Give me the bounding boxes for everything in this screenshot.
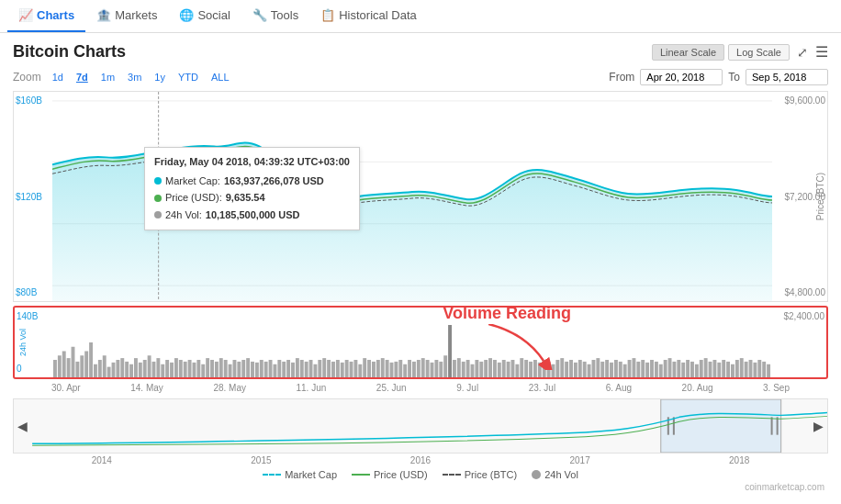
svg-rect-158 <box>735 360 739 377</box>
scale-controls: Linear Scale Log Scale ⤢ ☰ <box>652 43 828 61</box>
svg-rect-100 <box>475 360 478 377</box>
svg-rect-115 <box>543 360 546 377</box>
zoom-1y[interactable]: 1y <box>149 70 171 84</box>
expand-icon[interactable]: ⤢ <box>797 45 808 60</box>
tooltip-market-cap-label: Market Cap: <box>165 173 220 190</box>
svg-rect-145 <box>677 360 680 377</box>
vol-canvas <box>53 308 771 377</box>
vol-yaxis-right: $2,400.00 <box>771 308 826 377</box>
xaxis-9: 3. Sep <box>763 383 790 393</box>
svg-rect-76 <box>363 358 366 377</box>
svg-rect-78 <box>372 362 376 377</box>
svg-rect-57 <box>282 362 286 377</box>
nav-charts[interactable]: 📈 Charts <box>7 0 85 32</box>
svg-rect-93 <box>439 362 443 377</box>
svg-rect-83 <box>394 362 398 377</box>
svg-rect-136 <box>636 362 640 377</box>
social-icon: 🌐 <box>179 8 194 22</box>
svg-rect-22 <box>125 362 129 377</box>
legend-market-cap-label: Market Cap <box>285 469 337 480</box>
x-axis-labels: 30. Apr 14. May 28. May 11. Jun 25. Jun … <box>13 381 828 393</box>
svg-rect-92 <box>434 360 438 377</box>
zoom-7d[interactable]: 7d <box>71 70 94 84</box>
svg-rect-137 <box>641 360 645 377</box>
nav-markets[interactable]: 🏦 Markets <box>85 0 168 32</box>
svg-rect-102 <box>484 360 488 377</box>
from-date-input[interactable] <box>640 69 723 85</box>
tools-icon: 🔧 <box>252 8 267 22</box>
svg-rect-135 <box>632 358 635 377</box>
mini-xaxis-2016: 2016 <box>410 455 431 465</box>
legend-24h-vol: 24h Vol <box>532 469 578 480</box>
tooltip-market-cap-value: 163,937,266,078 USD <box>224 173 324 190</box>
svg-rect-39 <box>201 364 205 377</box>
price-btc-label: Price (BTC) <box>815 173 825 220</box>
svg-rect-17 <box>103 355 107 377</box>
legend-price-btc: Price (BTC) <box>443 469 517 480</box>
svg-rect-95 <box>453 360 456 377</box>
charts-icon: 📈 <box>18 8 33 22</box>
zoom-1m[interactable]: 1m <box>95 70 120 84</box>
yaxis-left-mid: $120B <box>16 192 50 202</box>
yaxis-left-bot: $80B <box>16 287 50 297</box>
log-scale-button[interactable]: Log Scale <box>728 44 790 61</box>
svg-rect-7 <box>58 355 62 377</box>
menu-icon[interactable]: ☰ <box>815 43 828 61</box>
legend-market-cap-line <box>263 474 281 476</box>
svg-rect-150 <box>700 360 703 377</box>
main-content: Bitcoin Charts Linear Scale Log Scale ⤢ … <box>0 33 841 492</box>
from-label: From <box>609 71 634 84</box>
tooltip-vol-label: 24h Vol: <box>165 207 202 224</box>
svg-rect-165 <box>767 364 770 377</box>
svg-rect-72 <box>345 360 349 377</box>
svg-rect-56 <box>277 360 281 377</box>
svg-rect-118 <box>555 360 559 377</box>
svg-rect-53 <box>264 362 268 377</box>
svg-rect-40 <box>206 358 209 377</box>
svg-rect-122 <box>574 363 577 377</box>
mini-chart[interactable]: ◀ ▶ <box>13 398 828 454</box>
historical-icon: 📋 <box>320 8 335 22</box>
xaxis-6: 23. Jul <box>529 383 555 393</box>
zoom-all[interactable]: ALL <box>206 70 235 84</box>
to-date-input[interactable] <box>746 69 828 85</box>
svg-rect-42 <box>215 362 219 377</box>
svg-rect-157 <box>731 364 734 377</box>
svg-rect-74 <box>353 360 357 377</box>
svg-rect-63 <box>309 360 313 377</box>
linear-scale-button[interactable]: Linear Scale <box>652 44 724 61</box>
svg-rect-48 <box>241 360 245 377</box>
yaxis-left: $160B $120B $80B <box>14 92 52 301</box>
svg-rect-44 <box>224 360 228 377</box>
mini-xaxis-2018: 2018 <box>729 455 749 465</box>
legend-vol-dot <box>532 470 541 479</box>
zoom-ytd[interactable]: YTD <box>173 70 204 84</box>
markets-icon: 🏦 <box>96 8 111 22</box>
svg-rect-13 <box>84 352 88 378</box>
svg-rect-60 <box>296 358 299 377</box>
svg-rect-30 <box>161 364 164 377</box>
svg-rect-107 <box>507 362 510 377</box>
zoom-3m[interactable]: 3m <box>122 70 147 84</box>
svg-rect-147 <box>686 360 690 377</box>
nav-tools[interactable]: 🔧 Tools <box>241 0 309 32</box>
svg-rect-144 <box>672 362 676 377</box>
svg-rect-81 <box>386 360 389 377</box>
svg-rect-15 <box>94 364 97 377</box>
nav-social[interactable]: 🌐 Social <box>168 0 241 32</box>
legend: Market Cap Price (USD) Price (BTC) 24h V… <box>13 465 828 482</box>
svg-rect-98 <box>466 360 470 377</box>
svg-rect-130 <box>610 363 613 377</box>
xaxis-2: 28. May <box>213 383 246 393</box>
nav-historical[interactable]: 📋 Historical Data <box>309 0 428 32</box>
credit: coinmarketcap.com <box>13 482 828 492</box>
page-title: Bitcoin Charts <box>13 42 126 62</box>
zoom-1d[interactable]: 1d <box>47 70 69 84</box>
svg-rect-152 <box>709 362 712 377</box>
svg-rect-154 <box>717 363 721 377</box>
svg-rect-77 <box>367 360 371 377</box>
tooltip-vol: 24h Vol: 10,185,500,000 USD <box>154 207 350 224</box>
yaxis-left-top: $160B <box>16 95 50 106</box>
svg-rect-32 <box>170 363 174 377</box>
svg-rect-69 <box>448 325 452 377</box>
